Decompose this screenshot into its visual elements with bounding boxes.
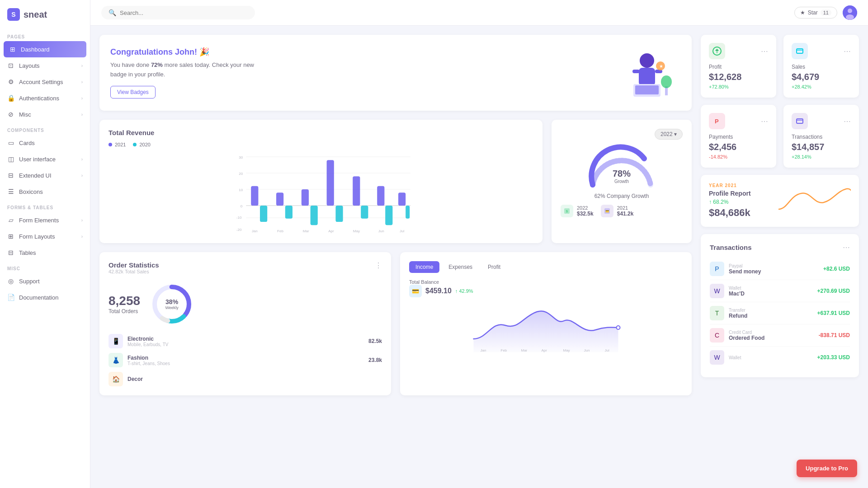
sidebar-item-form-elements[interactable]: ▱ Form Elements › <box>0 212 90 228</box>
growth-year-label-2022: 2022 <box>577 205 594 211</box>
sidebar-item-authentications[interactable]: 🔒 Authentications › <box>0 90 90 106</box>
profit-change: +72.80% <box>709 84 768 89</box>
total-balance-change: ↑ 42.9% <box>455 288 473 294</box>
chevron-right-icon: › <box>81 218 83 223</box>
view-badges-button[interactable]: View Badges <box>110 86 156 99</box>
wallet-type: Wallet <box>729 286 813 291</box>
svg-text:Feb: Feb <box>501 348 507 352</box>
wallet2-icon: W <box>710 350 724 365</box>
transactions-menu[interactable]: ⋯ <box>844 117 851 126</box>
svg-text:-10: -10 <box>236 216 242 220</box>
transaction-item-paypal: P Paypal Send money +82.6 USD <box>710 258 850 280</box>
sidebar-item-support[interactable]: ◎ Support <box>0 273 90 289</box>
total-balance-icon: 💳 <box>409 285 422 297</box>
total-balance-value: $459.10 <box>425 287 452 295</box>
person-illustration: ★ <box>620 48 679 98</box>
star-count: 11 <box>821 9 831 16</box>
chevron-right-icon: › <box>81 96 83 101</box>
paypal-type: Paypal <box>729 263 819 268</box>
sales-value: $4,679 <box>792 72 851 82</box>
upgrade-button[interactable]: Upgrade to Pro <box>797 460 857 477</box>
svg-text:10: 10 <box>239 188 243 192</box>
order-count: 8,258 <box>108 294 140 308</box>
docs-icon: 📄 <box>7 294 14 301</box>
svg-text:May: May <box>353 229 360 233</box>
svg-text:Jan: Jan <box>481 348 486 352</box>
transactions-menu-icon[interactable]: ⋯ <box>843 243 850 252</box>
star-button[interactable]: ★ Star 11 <box>794 7 837 19</box>
sidebar-item-user-interface[interactable]: ◫ User interface › <box>0 151 90 167</box>
transaction-item-credit: C Credit Card Ordered Food -838.71 USD <box>710 324 850 347</box>
right-column: ⋯ Profit $12,628 +72.80% ⋯ Sales $4,6 <box>701 35 859 479</box>
sidebar-item-extended-ui[interactable]: ⊟ Extended UI › <box>0 167 90 183</box>
growth-year-button[interactable]: 2022 ▾ <box>655 129 683 140</box>
sidebar-item-tables[interactable]: ⊟ Tables <box>0 244 90 261</box>
fashion-value: 23.8k <box>368 357 382 363</box>
sidebar-item-misc[interactable]: ⊘ Misc › <box>0 106 90 122</box>
income-tab-income[interactable]: Income <box>409 261 439 273</box>
order-stats-title-group: Order Statistics 42.82k Total Sales <box>108 261 159 274</box>
order-stats-menu[interactable]: ⋮ <box>375 261 382 270</box>
search-input[interactable] <box>120 9 248 16</box>
electronic-name: Electronic <box>127 336 364 342</box>
growth-stat-2021: 💳 2021 $41.2k <box>601 205 634 217</box>
svg-text:0: 0 <box>241 204 243 208</box>
extended-ui-icon: ⊟ <box>7 172 14 179</box>
congrats-title: Congratulations John! 🎉 <box>110 47 255 57</box>
svg-text:Jan: Jan <box>252 229 258 233</box>
payments-menu[interactable]: ⋯ <box>761 117 768 126</box>
growth-year-label-2021: 2021 <box>617 205 634 211</box>
svg-rect-68 <box>797 119 803 123</box>
sales-label: Sales <box>792 64 851 70</box>
profile-report-left: YEAR 2021 Profile Report ↑ 68.2% $84,686… <box>709 183 751 219</box>
sidebar-item-account-settings[interactable]: ⚙ Account Settings › <box>0 74 90 90</box>
income-tab-expenses[interactable]: Expenses <box>442 261 479 273</box>
profit-icon <box>709 43 725 59</box>
sidebar-item-label: Tables <box>19 249 36 256</box>
avatar[interactable] <box>843 5 857 20</box>
congrats-card: Congratulations John! 🎉 You have done 72… <box>99 35 692 111</box>
wallet2-info: Wallet <box>729 355 813 360</box>
credit-type: Credit Card <box>729 330 814 335</box>
payments-change: -14.82% <box>709 154 768 160</box>
sidebar-item-form-layouts[interactable]: ⊞ Form Layouts › <box>0 228 90 244</box>
stat-card-profit: ⋯ Profit $12,628 +72.80% <box>701 35 776 98</box>
stat-card-payments: P ⋯ Payments $2,456 -14.82% <box>701 105 776 168</box>
fashion-info: Fashion T-shirt, Jeans, Shoes <box>127 355 364 366</box>
sidebar-item-documentation[interactable]: 📄 Documentation <box>0 289 90 305</box>
stat-card-header-payments: P ⋯ <box>709 113 768 129</box>
sidebar-item-dashboard[interactable]: ⊞ Dashboard <box>4 41 86 57</box>
profit-menu[interactable]: ⋯ <box>761 47 768 56</box>
sidebar-item-boxicons[interactable]: ☰ Boxicons <box>0 183 90 200</box>
order-count-group: 8,258 Total Orders <box>108 294 140 314</box>
svg-rect-30 <box>311 206 318 225</box>
svg-text:Mar: Mar <box>521 348 528 352</box>
topbar: 🔍 ★ Star 11 <box>90 0 868 26</box>
growth-stat-icon-2021: 💳 <box>601 205 613 217</box>
dashboard-icon: ⊞ <box>9 46 16 53</box>
sidebar-item-label: Support <box>19 278 40 285</box>
electronic-value: 82.5k <box>368 338 382 344</box>
sidebar-item-label: Dashboard <box>21 46 50 53</box>
credit-amount: -838.71 USD <box>819 332 850 338</box>
sidebar-item-cards[interactable]: ▭ Cards <box>0 135 90 151</box>
stat-card-header-sales: ⋯ <box>792 43 851 59</box>
income-tab-profit[interactable]: Profit <box>481 261 507 273</box>
wallet-info: Wallet Mac'D <box>729 286 813 297</box>
congrats-content: Congratulations John! 🎉 You have done 72… <box>110 47 255 99</box>
electronic-icon: 📱 <box>108 334 123 348</box>
bar-chart: 30 20 10 0 -10 -20 <box>108 153 533 234</box>
svg-rect-66 <box>797 49 803 53</box>
topbar-right: ★ Star 11 <box>794 5 857 20</box>
sales-menu[interactable]: ⋯ <box>844 47 851 56</box>
sidebar-item-layouts[interactable]: ⊡ Layouts › <box>0 57 90 74</box>
wallet-name: Mac'D <box>729 291 813 297</box>
profile-report-title: Profile Report <box>709 190 751 197</box>
stat-cards-row-1: ⋯ Profit $12,628 +72.80% ⋯ Sales $4,6 <box>701 35 859 98</box>
company-growth-text: 62% Company Growth <box>594 193 649 199</box>
svg-point-2 <box>846 14 854 20</box>
account-settings-icon: ⚙ <box>7 78 14 85</box>
transactions-label: Transactions <box>792 134 851 140</box>
profit-value: $12,628 <box>709 72 768 82</box>
search-box[interactable]: 🔍 <box>101 6 255 19</box>
